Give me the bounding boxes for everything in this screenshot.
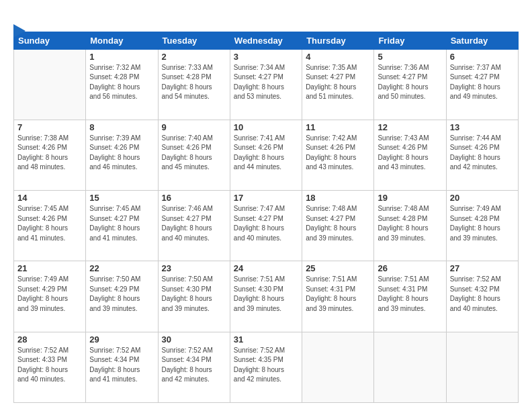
header (13, 12, 519, 26)
day-number: 9 (162, 122, 226, 132)
day-info-line: Daylight: 8 hours (234, 224, 284, 232)
table-row: 14Sunrise: 7:45 AMSunset: 4:26 PMDayligh… (14, 191, 86, 261)
day-number: 19 (378, 193, 442, 203)
day-info: Sunrise: 7:38 AMSunset: 4:26 PMDaylight:… (17, 134, 82, 173)
day-info-line: Sunset: 4:26 PM (162, 144, 212, 151)
day-number: 29 (89, 334, 154, 345)
day-number: 24 (234, 263, 298, 273)
day-info-line: and 41 minutes. (89, 375, 137, 383)
day-info-line: Daylight: 8 hours (450, 154, 500, 161)
table-row: 4Sunrise: 7:35 AMSunset: 4:27 PMDaylight… (302, 49, 374, 120)
day-info-line: Sunrise: 7:44 AM (450, 134, 501, 142)
table-row: 20Sunrise: 7:49 AMSunset: 4:28 PMDayligh… (446, 191, 518, 261)
day-info-line: Daylight: 8 hours (450, 224, 500, 232)
table-row: 10Sunrise: 7:41 AMSunset: 4:26 PMDayligh… (230, 120, 302, 190)
day-info-line: Daylight: 8 hours (234, 83, 284, 91)
day-info-line: Daylight: 8 hours (89, 83, 140, 91)
day-info: Sunrise: 7:40 AMSunset: 4:26 PMDaylight:… (162, 134, 226, 173)
day-info-line: Sunrise: 7:51 AM (234, 275, 285, 283)
day-info-line: Sunset: 4:32 PM (450, 285, 500, 293)
day-number: 22 (89, 263, 154, 273)
day-info-line: Sunrise: 7:49 AM (17, 275, 69, 283)
col-friday: Friday (374, 32, 446, 49)
table-row: 27Sunrise: 7:52 AMSunset: 4:32 PMDayligh… (446, 261, 518, 332)
day-number: 31 (234, 334, 298, 345)
day-info-line: and 43 minutes. (306, 163, 353, 171)
day-info-line: and 51 minutes. (306, 93, 353, 100)
day-info: Sunrise: 7:52 AMSunset: 4:32 PMDaylight:… (450, 275, 515, 314)
day-info-line: Sunrise: 7:52 AM (450, 275, 501, 283)
day-info: Sunrise: 7:33 AMSunset: 4:28 PMDaylight:… (162, 63, 226, 102)
day-number: 4 (306, 52, 370, 62)
day-info-line: Daylight: 8 hours (17, 224, 68, 232)
day-info-line: Daylight: 8 hours (17, 154, 68, 161)
col-wednesday: Wednesday (230, 32, 302, 49)
table-row: 5Sunrise: 7:36 AMSunset: 4:27 PMDaylight… (374, 49, 446, 120)
day-info-line: Sunset: 4:27 PM (378, 73, 427, 81)
day-info-line: Sunset: 4:27 PM (306, 73, 355, 81)
day-info: Sunrise: 7:49 AMSunset: 4:29 PMDaylight:… (17, 275, 82, 314)
table-row: 21Sunrise: 7:49 AMSunset: 4:29 PMDayligh… (14, 261, 86, 332)
day-info-line: Sunrise: 7:32 AM (89, 64, 140, 71)
day-info-line: Daylight: 8 hours (306, 295, 356, 302)
day-info-line: Daylight: 8 hours (89, 295, 140, 302)
day-number: 16 (162, 193, 226, 203)
day-info: Sunrise: 7:43 AMSunset: 4:26 PMDaylight:… (378, 134, 442, 173)
table-row: 26Sunrise: 7:51 AMSunset: 4:31 PMDayligh… (374, 261, 446, 332)
day-info-line: Sunset: 4:34 PM (89, 356, 139, 363)
day-info-line: Sunrise: 7:41 AM (234, 134, 285, 142)
day-info-line: Sunrise: 7:48 AM (378, 205, 429, 212)
col-monday: Monday (86, 32, 158, 49)
day-info-line: Sunrise: 7:42 AM (306, 134, 357, 142)
day-info-line: Daylight: 8 hours (17, 366, 68, 373)
day-info-line: Sunset: 4:34 PM (162, 356, 212, 363)
day-info-line: Sunrise: 7:39 AM (89, 134, 140, 142)
day-info-line: and 54 minutes. (162, 93, 210, 100)
day-info-line: and 41 minutes. (17, 234, 65, 242)
table-row: 15Sunrise: 7:45 AMSunset: 4:27 PMDayligh… (86, 191, 158, 261)
svg-marker-0 (13, 24, 26, 38)
day-info-line: Sunrise: 7:49 AM (450, 205, 501, 212)
day-number: 23 (162, 263, 226, 273)
table-row: 28Sunrise: 7:52 AMSunset: 4:33 PMDayligh… (14, 332, 86, 402)
table-row: 24Sunrise: 7:51 AMSunset: 4:30 PMDayligh… (230, 261, 302, 332)
table-row: 18Sunrise: 7:48 AMSunset: 4:27 PMDayligh… (302, 191, 374, 261)
day-info-line: Sunrise: 7:51 AM (306, 275, 357, 283)
day-info: Sunrise: 7:46 AMSunset: 4:27 PMDaylight:… (162, 204, 226, 243)
day-info-line: Sunset: 4:27 PM (450, 73, 500, 81)
day-number: 14 (17, 193, 82, 203)
day-info-line: and 42 minutes. (450, 163, 498, 171)
day-info: Sunrise: 7:50 AMSunset: 4:30 PMDaylight:… (162, 275, 226, 314)
day-info-line: Daylight: 8 hours (162, 83, 212, 91)
table-row: 30Sunrise: 7:52 AMSunset: 4:34 PMDayligh… (158, 332, 230, 402)
day-number: 21 (17, 263, 82, 273)
day-info: Sunrise: 7:39 AMSunset: 4:26 PMDaylight:… (89, 134, 154, 173)
day-info-line: and 53 minutes. (234, 93, 281, 100)
day-info-line: Sunset: 4:26 PM (17, 144, 67, 151)
day-number: 28 (17, 334, 82, 345)
day-info: Sunrise: 7:52 AMSunset: 4:35 PMDaylight:… (234, 346, 298, 385)
day-info-line: Daylight: 8 hours (450, 295, 500, 302)
day-info-line: Daylight: 8 hours (450, 83, 500, 91)
table-row: 13Sunrise: 7:44 AMSunset: 4:26 PMDayligh… (446, 120, 518, 190)
table-row: 3Sunrise: 7:34 AMSunset: 4:27 PMDaylight… (230, 49, 302, 120)
day-info-line: Sunrise: 7:50 AM (89, 275, 140, 283)
day-info-line: Daylight: 8 hours (162, 295, 212, 302)
day-number: 11 (306, 122, 370, 132)
day-info-line: Daylight: 8 hours (17, 295, 68, 302)
day-number: 17 (234, 193, 298, 203)
day-number: 15 (89, 193, 154, 203)
table-row (14, 49, 86, 120)
day-info-line: Sunset: 4:31 PM (378, 285, 427, 293)
day-info-line: Sunrise: 7:38 AM (17, 134, 69, 142)
day-number: 12 (378, 122, 442, 132)
day-info-line: and 39 minutes. (306, 234, 353, 242)
day-info: Sunrise: 7:44 AMSunset: 4:26 PMDaylight:… (450, 134, 515, 173)
table-row: 1Sunrise: 7:32 AMSunset: 4:28 PMDaylight… (86, 49, 158, 120)
day-number: 20 (450, 193, 515, 203)
day-info-line: and 40 minutes. (17, 375, 65, 383)
day-info: Sunrise: 7:45 AMSunset: 4:27 PMDaylight:… (89, 204, 154, 243)
day-info-line: Sunset: 4:30 PM (234, 285, 283, 293)
day-info-line: Sunset: 4:26 PM (17, 215, 67, 222)
day-info-line: and 42 minutes. (234, 375, 281, 383)
